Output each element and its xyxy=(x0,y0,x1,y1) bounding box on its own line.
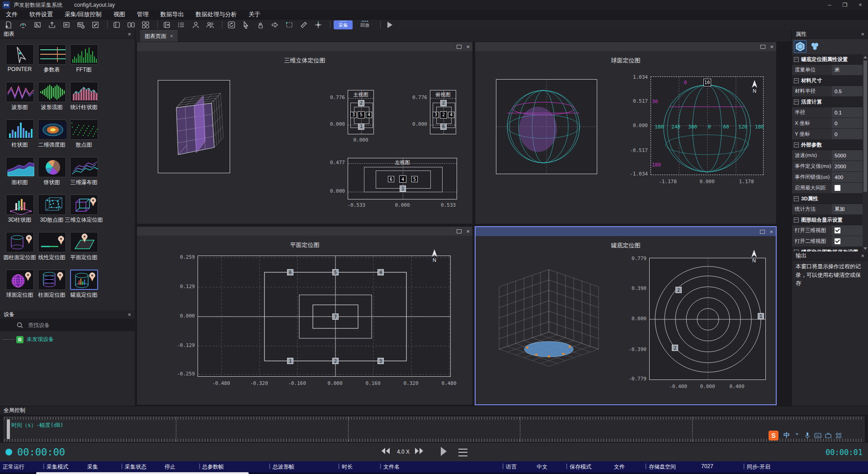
crosshair-button[interactable] xyxy=(312,20,324,30)
menu-item-视图[interactable]: 视图 xyxy=(108,10,131,19)
settings-button[interactable] xyxy=(61,20,72,30)
timeline-track[interactable]: 时间（s）-幅度(dB) xyxy=(4,417,864,442)
collapse-icon[interactable] xyxy=(794,142,799,147)
hand-button[interactable] xyxy=(255,20,266,30)
menu-item-关于[interactable]: 关于 xyxy=(243,10,266,19)
refresh-button[interactable] xyxy=(226,20,237,30)
collapse-icon[interactable] xyxy=(794,57,799,62)
chart-tile-sphere-location[interactable]: 球面定位图 xyxy=(5,270,34,299)
chart-tile-param-table[interactable]: 参数表 xyxy=(38,44,66,74)
close-icon[interactable]: × xyxy=(769,229,773,235)
chart-tile-fft[interactable]: FFT图 xyxy=(70,44,99,74)
marquee-button[interactable] xyxy=(283,20,295,30)
chart-tile-area[interactable]: 面积图 xyxy=(5,157,34,186)
chart-tile-cube-location[interactable]: 三维立体定位图 xyxy=(70,194,99,224)
run-button[interactable] xyxy=(384,20,396,30)
chart-tile-bars[interactable]: 柱状图 xyxy=(5,119,34,149)
layout-single-button[interactable] xyxy=(111,20,123,30)
keyboard-icon[interactable] xyxy=(813,431,822,441)
chart-tile-waterfall-3d[interactable]: 三维瀑布图 xyxy=(70,157,99,186)
tab-chart-page[interactable]: 图表页面 × xyxy=(140,30,178,42)
chart-panel-location-tank-bottom[interactable]: ×罐底定位图2120.7790.3900.000-0.390-0.779-0.4… xyxy=(475,226,777,405)
capture-mode-button[interactable]: 采集 xyxy=(334,20,353,29)
close-icon[interactable]: × xyxy=(127,31,131,37)
close-icon[interactable]: × xyxy=(466,228,470,234)
menu-item-数据导出[interactable]: 数据导出 xyxy=(155,10,190,19)
prop-value[interactable] xyxy=(832,236,863,246)
panel-toggle-button[interactable] xyxy=(161,20,173,30)
new-file-button[interactable] xyxy=(3,20,14,30)
chart-tile-plane-location[interactable]: 平面定位图 xyxy=(70,232,99,261)
molecule-view-button[interactable] xyxy=(808,40,821,53)
scroll-down-icon[interactable] xyxy=(863,247,867,250)
users-button[interactable] xyxy=(204,20,216,30)
hexagon-view-button[interactable] xyxy=(794,40,807,53)
ime-brand-icon[interactable]: S xyxy=(769,431,778,441)
ime-punct-toggle[interactable]: ’’ xyxy=(793,431,802,441)
record-button[interactable] xyxy=(17,20,29,30)
prop-value[interactable]: 2000 xyxy=(832,161,863,171)
ime-lang-toggle[interactable]: 中 xyxy=(782,431,791,441)
menu-item-数据处理与分析[interactable]: 数据处理与分析 xyxy=(190,10,243,19)
prop-value[interactable]: 0 xyxy=(832,118,863,128)
chart-tile-cylsurf-location[interactable]: 柱面定位图 xyxy=(38,270,66,299)
maximize-button[interactable]: ❐ xyxy=(837,0,853,10)
chart-panel-location-planar[interactable]: ×平面定位图65471230.2590.1290.000-0.129-0.259… xyxy=(137,226,473,405)
close-icon[interactable]: × xyxy=(127,312,131,318)
prop-value[interactable]: 累加 xyxy=(832,204,863,214)
list-button[interactable] xyxy=(175,20,187,30)
close-button[interactable]: × xyxy=(853,0,868,10)
layout-grid-button[interactable] xyxy=(140,20,151,30)
expand-button[interactable] xyxy=(90,20,101,30)
prop-value[interactable]: 400 xyxy=(832,172,863,182)
chart-tile-scatter-3d[interactable]: 3D散点图 xyxy=(38,194,66,224)
close-icon[interactable]: × xyxy=(861,31,864,37)
menu-item-软件设置[interactable]: 软件设置 xyxy=(24,10,59,19)
grid-icon[interactable] xyxy=(834,431,843,441)
prop-value[interactable] xyxy=(832,183,863,193)
scrollbar-thumb[interactable] xyxy=(863,61,867,192)
chart-tile-bars-3d[interactable]: 3D柱状图 xyxy=(5,194,34,224)
scroll-up-icon[interactable] xyxy=(863,56,867,58)
chart-tile-line-location[interactable]: 线性定位图 xyxy=(38,232,66,261)
chart-tile-tank-location[interactable]: 罐底定位图 xyxy=(70,270,99,299)
rewind-button[interactable] xyxy=(381,447,392,455)
chart-tile-pointer[interactable]: POINTER xyxy=(5,44,34,74)
chart-tile-waveform[interactable]: 波形图 xyxy=(5,82,34,111)
float-window-icon[interactable] xyxy=(457,45,462,49)
device-tree-item[interactable]: R 未发现设备 xyxy=(3,336,54,343)
tab-close-icon[interactable]: × xyxy=(170,33,173,39)
playback-mode-button[interactable]: 回放 xyxy=(355,20,374,29)
prop-value[interactable]: 0.5 xyxy=(832,86,863,96)
wave-clock-button[interactable] xyxy=(75,20,87,30)
export-button[interactable] xyxy=(46,20,58,30)
close-icon[interactable]: × xyxy=(466,44,470,50)
layout-split-button[interactable] xyxy=(125,20,137,30)
menu-item-采集/回放控制[interactable]: 采集/回放控制 xyxy=(59,10,108,19)
user-button[interactable] xyxy=(190,20,202,30)
prop-value[interactable]: 米 xyxy=(832,65,863,75)
timeline-menu-icon[interactable] xyxy=(458,449,467,456)
collapse-icon[interactable] xyxy=(794,196,799,201)
chart-tile-pie[interactable]: 饼状图 xyxy=(38,157,66,186)
close-icon[interactable]: × xyxy=(861,253,864,259)
float-window-icon[interactable] xyxy=(760,45,765,49)
image-button[interactable] xyxy=(32,20,43,30)
device-search-input[interactable]: 查找设备 xyxy=(0,319,135,331)
toolbox-icon[interactable] xyxy=(824,431,833,441)
chart-panel-location-sphere[interactable]: ×球面定位图180240300060120180030180101.0340.5… xyxy=(475,42,777,224)
fast-forward-button[interactable] xyxy=(414,447,425,455)
prop-value[interactable] xyxy=(832,225,863,236)
collapse-icon[interactable] xyxy=(794,218,799,223)
properties-scrollbar[interactable] xyxy=(863,54,868,251)
checkbox[interactable] xyxy=(835,185,840,191)
microphone-icon[interactable] xyxy=(803,431,812,441)
timeline-slider-handle[interactable] xyxy=(7,419,10,439)
chart-tile-wave-stream[interactable]: 波形流图 xyxy=(38,82,66,111)
chart-panel-location-3d[interactable]: ×三维立体定位图主视图235410.7760.0000.000俯视图232460… xyxy=(137,42,473,224)
chart-tile-stat-bars[interactable]: 统计柱状图 xyxy=(70,82,99,111)
menu-item-管理[interactable]: 管理 xyxy=(131,10,155,19)
float-window-icon[interactable] xyxy=(760,230,765,234)
chart-tile-scatter[interactable]: 散点图 xyxy=(70,119,99,149)
prop-value[interactable]: 0.1 xyxy=(832,107,863,118)
